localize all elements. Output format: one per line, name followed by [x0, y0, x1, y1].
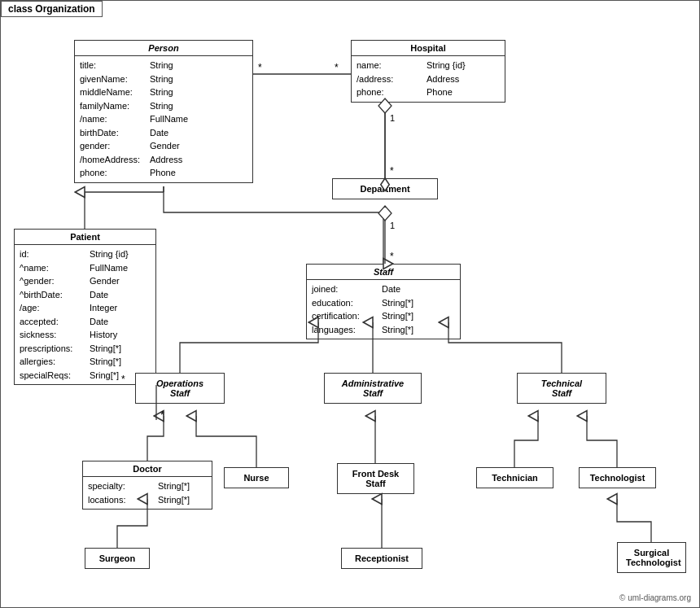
class-hospital: Hospital name:String {id} /address:Addre… — [351, 40, 505, 103]
svg-text:*: * — [335, 62, 339, 73]
svg-text:1: 1 — [390, 113, 395, 123]
class-patient-body: id:String {id} ^name:FullName ^gender:Ge… — [15, 245, 155, 384]
svg-text:*: * — [160, 409, 164, 421]
class-hospital-body: name:String {id} /address:Address phone:… — [352, 56, 505, 102]
class-technician: Technician — [476, 467, 553, 488]
diagram-title: class Organization — [1, 1, 103, 17]
class-person-header: Person — [75, 41, 252, 56]
class-hospital-header: Hospital — [352, 41, 505, 56]
svg-text:*: * — [390, 165, 394, 177]
class-administrative-staff: AdministrativeStaff — [324, 373, 422, 404]
class-nurse: Nurse — [224, 467, 289, 488]
class-person-body: title:String givenName:String middleName… — [75, 56, 252, 182]
class-doctor: Doctor specialty:String[*] locations:Str… — [82, 461, 212, 510]
class-person: Person title:String givenName:String mid… — [74, 40, 253, 183]
svg-text:*: * — [258, 62, 262, 73]
class-surgeon: Surgeon — [85, 548, 150, 569]
class-doctor-body: specialty:String[*] locations:String[*] — [83, 477, 212, 509]
svg-marker-11 — [378, 206, 392, 221]
class-receptionist: Receptionist — [341, 548, 422, 569]
class-doctor-header: Doctor — [83, 461, 212, 477]
class-patient: Patient id:String {id} ^name:FullName ^g… — [14, 229, 156, 385]
class-technologist: Technologist — [579, 467, 656, 488]
class-front-desk-staff: Front DeskStaff — [337, 463, 414, 494]
class-surgical-technologist: SurgicalTechnologist — [617, 542, 686, 573]
copyright: © uml-diagrams.org — [619, 593, 691, 602]
diagram-container: class Organization Person title:String g… — [0, 0, 700, 608]
class-staff-header: Staff — [307, 265, 460, 280]
svg-text:1: 1 — [390, 221, 395, 230]
class-department: Department — [332, 178, 438, 199]
class-technical-staff: TechnicalStaff — [517, 373, 606, 404]
class-patient-header: Patient — [15, 230, 155, 245]
svg-text:*: * — [390, 251, 394, 262]
class-operations-staff: OperationsStaff — [135, 373, 225, 404]
class-staff-body: joined:Date education:String[*] certific… — [307, 280, 460, 339]
class-staff: Staff joined:Date education:String[*] ce… — [306, 264, 461, 339]
